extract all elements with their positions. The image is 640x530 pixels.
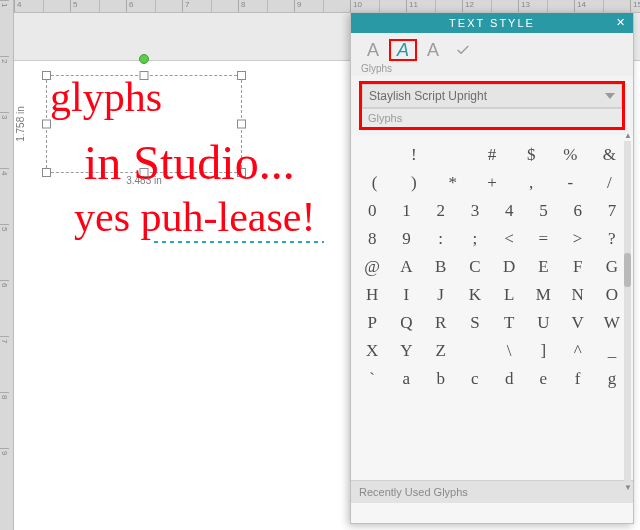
glyph-cell[interactable]: 8	[355, 225, 389, 253]
ruler-v-tick: 3	[0, 112, 9, 168]
ruler-v-tick: 2	[0, 56, 9, 112]
glyph-cell[interactable]: %	[551, 141, 590, 169]
scroll-thumb[interactable]	[624, 253, 631, 287]
panel-title: TEXT STYLE	[449, 17, 535, 29]
ruler-h-tick: 6	[126, 0, 182, 12]
glyph-cell[interactable]: *	[433, 169, 472, 197]
glyph-cell[interactable]: #	[472, 141, 511, 169]
glyph-cell[interactable]: K	[458, 281, 492, 309]
glyph-cell[interactable]: F	[561, 253, 595, 281]
glyph-cell[interactable]: `	[355, 365, 389, 393]
glyph-cell[interactable]: J	[424, 281, 458, 309]
glyph-cell[interactable]	[355, 141, 394, 169]
ruler-h-tick: 14	[574, 0, 630, 12]
glyph-cell[interactable]: I	[389, 281, 423, 309]
glyph-cell[interactable]: 1	[389, 197, 423, 225]
canvas-text-line1[interactable]: glyphs	[50, 79, 162, 117]
canvas-text-line3[interactable]: yes puh-lease!	[74, 199, 315, 237]
glyph-grid: ! #$%&()*+,-/0123456789:;<=>?@ABCDEFGHIJ…	[351, 135, 633, 480]
glyph-cell[interactable]: f	[561, 365, 595, 393]
glyph-cell[interactable]: ]	[526, 337, 560, 365]
glyph-cell[interactable]: B	[424, 253, 458, 281]
glyph-cell[interactable]: E	[526, 253, 560, 281]
font-dropdown[interactable]: Staylish Script Upright	[362, 84, 622, 108]
glyph-cell[interactable]: a	[389, 365, 423, 393]
tab-style[interactable]: A	[419, 39, 447, 61]
glyph-cell[interactable]: e	[526, 365, 560, 393]
glyph-cell[interactable]: 4	[492, 197, 526, 225]
glyph-cell[interactable]	[458, 337, 492, 365]
glyph-cell[interactable]: \	[492, 337, 526, 365]
handle-ne[interactable]	[237, 71, 246, 80]
tab-spellcheck[interactable]	[449, 39, 477, 61]
tab-sublabel: Glyphs	[351, 61, 633, 76]
glyph-scrollbar[interactable]: ▲ ▼	[624, 141, 631, 483]
glyph-cell[interactable]: A	[389, 253, 423, 281]
scroll-down-icon[interactable]: ▼	[624, 483, 631, 493]
glyph-cell[interactable]: ^	[561, 337, 595, 365]
glyph-cell[interactable]: Y	[389, 337, 423, 365]
ruler-h-tick: 8	[238, 0, 294, 12]
glyph-cell[interactable]: +	[472, 169, 511, 197]
ruler-v-tick: 7	[0, 336, 9, 392]
glyph-cell[interactable]: $	[512, 141, 551, 169]
ruler-vertical: 123456789	[0, 0, 14, 530]
glyph-cell[interactable]: c	[458, 365, 492, 393]
tab-font[interactable]: A	[359, 39, 387, 61]
glyph-cell[interactable]	[433, 141, 472, 169]
glyph-cell[interactable]: S	[458, 309, 492, 337]
ruler-v-tick: 6	[0, 280, 9, 336]
glyph-cell[interactable]: :	[424, 225, 458, 253]
glyph-cell[interactable]: =	[526, 225, 560, 253]
glyph-cell[interactable]: >	[561, 225, 595, 253]
glyph-cell[interactable]: !	[394, 141, 433, 169]
ruler-v-tick: 4	[0, 168, 9, 224]
glyph-cell[interactable]: ,	[512, 169, 551, 197]
glyph-cell[interactable]: 6	[561, 197, 595, 225]
glyph-cell[interactable]: V	[561, 309, 595, 337]
glyph-cell[interactable]: R	[424, 309, 458, 337]
glyph-cell[interactable]: Q	[389, 309, 423, 337]
glyph-cell[interactable]: H	[355, 281, 389, 309]
glyph-cell[interactable]: -	[551, 169, 590, 197]
glyph-cell[interactable]: (	[355, 169, 394, 197]
glyph-cell[interactable]: Z	[424, 337, 458, 365]
glyph-cell[interactable]: 0	[355, 197, 389, 225]
panel-header: TEXT STYLE ✕	[351, 13, 633, 33]
glyph-cell[interactable]: N	[561, 281, 595, 309]
handle-w[interactable]	[42, 120, 51, 129]
chevron-down-icon	[605, 93, 615, 99]
glyph-cell[interactable]: <	[492, 225, 526, 253]
glyphs-section-label: Glyphs	[362, 108, 622, 127]
canvas-text-line2[interactable]: in Studio...	[84, 141, 295, 184]
tab-glyphs[interactable]: A	[389, 39, 417, 61]
ruler-v-tick: 9	[0, 448, 9, 504]
glyph-cell[interactable]: )	[394, 169, 433, 197]
glyph-cell[interactable]: 9	[389, 225, 423, 253]
glyph-cell[interactable]: ;	[458, 225, 492, 253]
glyph-cell[interactable]: U	[526, 309, 560, 337]
glyph-cell[interactable]: M	[526, 281, 560, 309]
panel-close-button[interactable]: ✕	[616, 16, 627, 29]
glyph-cell[interactable]: P	[355, 309, 389, 337]
ruler-v-tick: 1	[0, 0, 9, 56]
glyph-cell[interactable]: L	[492, 281, 526, 309]
handle-sw[interactable]	[42, 168, 51, 177]
scroll-up-icon[interactable]: ▲	[624, 131, 631, 141]
glyph-cell[interactable]: @	[355, 253, 389, 281]
glyph-cell[interactable]: D	[492, 253, 526, 281]
recent-glyphs-area	[351, 503, 633, 523]
handle-e[interactable]	[237, 120, 246, 129]
glyph-cell[interactable]: T	[492, 309, 526, 337]
glyph-cell[interactable]: d	[492, 365, 526, 393]
glyph-cell[interactable]: 5	[526, 197, 560, 225]
selection-height-label: 1.758 in	[15, 106, 26, 142]
rotate-handle[interactable]	[139, 54, 149, 64]
ruler-h-tick: 4	[14, 0, 70, 12]
glyph-cell[interactable]: C	[458, 253, 492, 281]
ruler-h-tick: 12	[462, 0, 518, 12]
glyph-cell[interactable]: X	[355, 337, 389, 365]
glyph-cell[interactable]: b	[424, 365, 458, 393]
glyph-cell[interactable]: 2	[424, 197, 458, 225]
glyph-cell[interactable]: 3	[458, 197, 492, 225]
